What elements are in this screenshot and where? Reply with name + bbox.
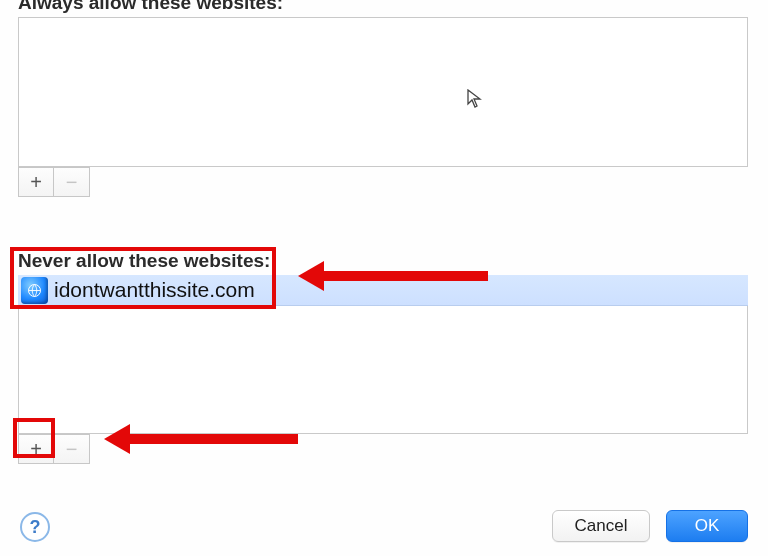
annotation-arrow-2	[104, 424, 298, 454]
cancel-button[interactable]: Cancel	[552, 510, 650, 542]
always-allow-list[interactable]	[18, 17, 748, 167]
help-button[interactable]: ?	[20, 512, 50, 542]
always-allow-label: Always allow these websites:	[18, 0, 750, 14]
never-remove-button[interactable]: −	[54, 434, 90, 464]
always-add-button[interactable]: +	[18, 167, 54, 197]
ok-button[interactable]: OK	[666, 510, 748, 542]
always-remove-button[interactable]: −	[54, 167, 90, 197]
globe-icon	[21, 277, 48, 304]
never-list-item-text: idontwantthissite.com	[54, 278, 255, 302]
never-allow-list[interactable]	[18, 306, 748, 434]
annotation-arrow-1	[298, 261, 488, 291]
never-add-button[interactable]: +	[18, 434, 54, 464]
cursor-icon	[467, 89, 483, 109]
